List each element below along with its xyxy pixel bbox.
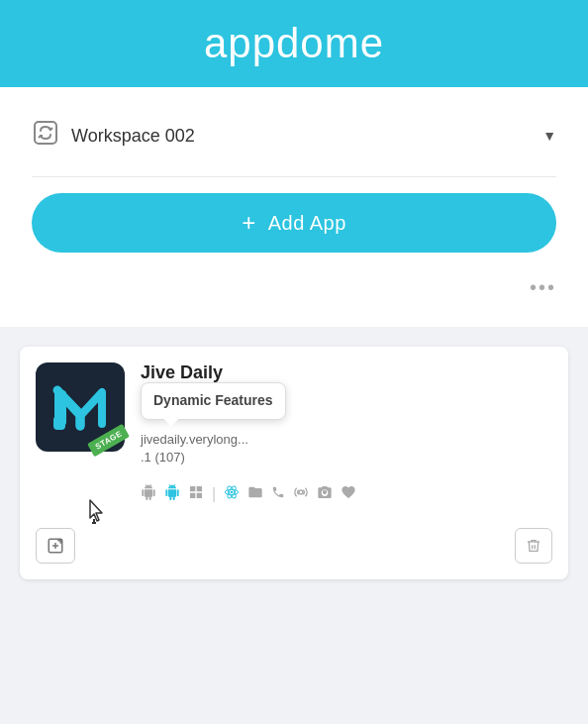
workspace-name: Workspace 002 <box>71 126 195 147</box>
plus-icon: + <box>242 211 256 235</box>
phone-icon[interactable] <box>271 484 285 504</box>
add-app-label: Add App <box>268 212 346 235</box>
app-icon-wrapper: STAGE <box>36 362 125 452</box>
export-button[interactable] <box>36 528 75 564</box>
svg-rect-3 <box>53 416 65 430</box>
app-name: Jive Daily <box>141 362 552 383</box>
android-icon[interactable] <box>141 484 156 504</box>
workspace-sync-icon <box>32 119 59 153</box>
grid-icon[interactable] <box>188 484 204 504</box>
workspace-selector[interactable]: Workspace 002 ▼ <box>32 111 556 160</box>
heart-icon[interactable] <box>341 484 356 504</box>
android-filled-icon[interactable] <box>164 484 180 504</box>
signal-icon[interactable] <box>293 484 309 504</box>
tooltip-text: Dynamic Features <box>153 392 273 408</box>
app-info: Jive Daily Dynamic Features jivedaily.ve… <box>141 362 552 466</box>
feature-icons-row: | <box>36 484 552 504</box>
app-card: STAGE Jive Daily Dynamic Features jiveda… <box>20 347 568 579</box>
more-options-area: ••• <box>32 272 556 311</box>
feature-separator: | <box>212 485 216 503</box>
svg-point-7 <box>231 491 234 494</box>
app-title: appdome <box>204 20 384 67</box>
app-detail-domain: jivedaily.verylong... .1 (107) <box>141 431 552 466</box>
add-app-button[interactable]: + Add App <box>32 193 556 253</box>
delete-button[interactable] <box>515 528 552 564</box>
camera-icon[interactable] <box>317 484 333 504</box>
divider-line <box>32 176 556 177</box>
main-content-area: Workspace 002 ▼ + Add App ••• <box>0 87 588 327</box>
cursor-pointer-icon <box>85 498 109 532</box>
dynamic-features-tooltip: Dynamic Features <box>141 382 286 420</box>
folder-icon[interactable] <box>247 484 263 504</box>
react-icon[interactable] <box>224 484 240 504</box>
more-options-button[interactable]: ••• <box>530 276 556 299</box>
app-card-top: STAGE Jive Daily Dynamic Features jiveda… <box>36 362 552 466</box>
app-header: appdome <box>0 0 588 87</box>
chevron-down-icon[interactable]: ▼ <box>542 128 556 144</box>
svg-rect-0 <box>35 122 56 144</box>
svg-point-8 <box>299 490 303 494</box>
card-actions <box>36 520 552 564</box>
workspace-left: Workspace 002 <box>32 119 195 153</box>
app-list-section: STAGE Jive Daily Dynamic Features jiveda… <box>0 327 588 624</box>
